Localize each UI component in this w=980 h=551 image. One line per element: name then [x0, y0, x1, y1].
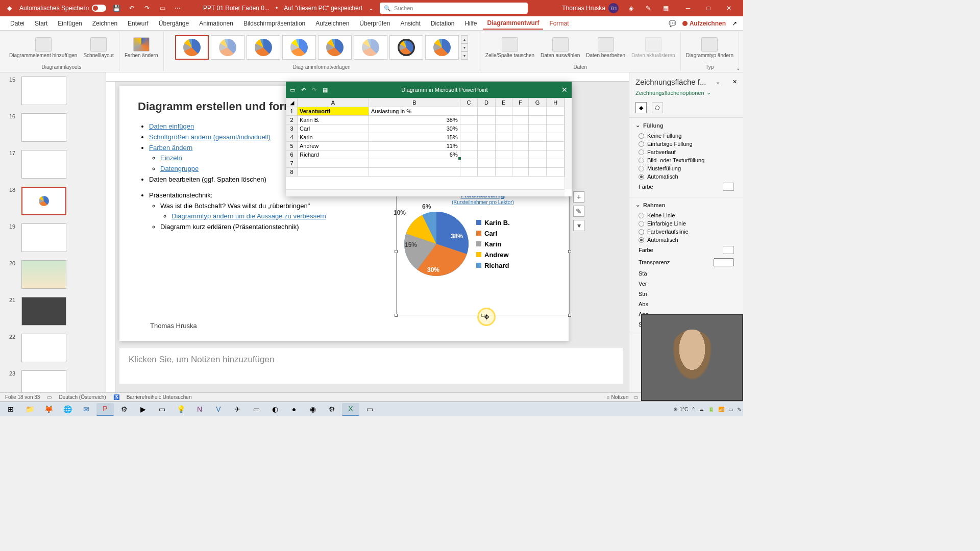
change-chart-type-button[interactable]: Diagrammtyp ändern [684, 36, 736, 59]
chrome-icon[interactable]: 🌐 [59, 403, 76, 416]
chart-style-8[interactable] [425, 35, 459, 60]
chart-object[interactable]: Auslastung (Kursteilnehmer pro Lektor) [396, 188, 570, 315]
tab-uebergaenge[interactable]: Übergänge [155, 18, 193, 29]
search-input[interactable]: 🔍 Suchen [380, 3, 528, 14]
slide-thumb-19[interactable] [21, 223, 66, 252]
maximize-button[interactable]: □ [698, 0, 719, 16]
settings-icon[interactable]: ⚙ [323, 403, 340, 416]
chevron-down-icon[interactable]: ⌄ [369, 5, 374, 12]
spell-check-icon[interactable]: ▭ [47, 394, 52, 400]
quick-layout-button[interactable]: Schnelllayout [81, 36, 115, 59]
chart-style-2[interactable] [211, 35, 244, 60]
chart-style-3[interactable] [247, 35, 280, 60]
tab-zeichnen[interactable]: Zeichnen [88, 18, 121, 29]
fill-line-icon[interactable]: ◆ [635, 102, 647, 113]
tab-einfuegen[interactable]: Einfügen [54, 18, 86, 29]
app-icon[interactable]: ◐ [266, 403, 284, 416]
radio-picture-fill[interactable]: Bild- oder Texturfüllung [635, 156, 737, 164]
slide-counter[interactable]: Folie 18 von 33 [5, 394, 40, 400]
accessibility-label[interactable]: Barrierefreiheit: Untersuchen [127, 394, 192, 400]
tray-icon[interactable]: ▭ [728, 407, 733, 412]
fill-color-picker[interactable] [723, 183, 734, 191]
pen-icon[interactable]: ✎ [643, 3, 653, 13]
radio-no-fill[interactable]: Keine Füllung [635, 132, 737, 140]
minimize-button[interactable]: ─ [678, 0, 698, 16]
tab-hilfe[interactable]: Hilfe [460, 18, 481, 29]
diamond-icon[interactable]: ◈ [626, 3, 636, 13]
refresh-data-button[interactable]: Daten aktualisieren [629, 36, 677, 59]
notes-placeholder[interactable]: Klicken Sie, um Notizen hinzuzufügen [119, 347, 623, 384]
slide-thumb-20[interactable] [21, 260, 66, 289]
tab-ansicht[interactable]: Ansicht [396, 18, 424, 29]
slide-thumb-22[interactable] [21, 334, 66, 362]
pie-chart[interactable]: 38% 30% 15% 10% 6% [401, 208, 472, 280]
tab-start[interactable]: Start [31, 18, 52, 29]
transparency-input[interactable] [714, 258, 734, 266]
tray-chevron-icon[interactable]: ^ [692, 407, 695, 412]
share-icon[interactable]: ↗ [732, 20, 737, 27]
tab-aufzeichnen[interactable]: Aufzeichnen [311, 18, 353, 29]
excel-grid[interactable]: ◢ABCDEFGH 1VerantwortlAuslastung in % 2K… [286, 98, 572, 177]
more-icon[interactable]: ⋯ [173, 3, 183, 13]
comments-icon[interactable]: 💬 [669, 20, 676, 27]
tray-icon[interactable]: ✎ [737, 407, 741, 412]
undo-icon[interactable]: ↶ [127, 3, 137, 13]
accessibility-icon[interactable]: ♿ [113, 394, 119, 400]
chevron-down-icon[interactable]: ⌄ [716, 79, 720, 85]
edit-data-button[interactable]: Daten bearbeiten [584, 36, 627, 59]
chart-add-element-icon[interactable]: + [573, 191, 584, 203]
radio-solid-line[interactable]: Einfarbige Linie [635, 219, 737, 228]
chart-style-1[interactable] [175, 35, 209, 60]
add-chart-element-button[interactable]: Diagrammelement hinzufügen [7, 36, 79, 59]
app-icon[interactable]: ▭ [361, 403, 378, 416]
save-icon[interactable]: 💾 [111, 3, 121, 13]
language-label[interactable]: Deutsch (Österreich) [59, 394, 106, 400]
vlc-icon[interactable]: ▶ [134, 403, 152, 416]
app-icon[interactable]: 💡 [172, 403, 189, 416]
powerpoint-icon[interactable]: P [96, 403, 114, 416]
radio-no-line[interactable]: Keine Linie [635, 211, 737, 219]
line-color-picker[interactable] [723, 246, 734, 254]
app-icon[interactable]: ⚙ [115, 403, 133, 416]
select-data-button[interactable]: Daten auswählen [538, 36, 582, 59]
change-colors-button[interactable]: Farben ändern [122, 36, 160, 59]
record-button[interactable]: Aufzeichnen [682, 20, 726, 27]
tab-ueberpruefen[interactable]: Überprüfen [355, 18, 394, 29]
chart-style-5[interactable] [318, 35, 352, 60]
app-icon[interactable]: ● [285, 403, 303, 416]
redo-icon[interactable]: ↷ [142, 3, 152, 13]
format-pane-sub[interactable]: Zeichnungsflächenoptionen⌄ [629, 89, 743, 100]
firefox-icon[interactable]: 🦊 [40, 403, 57, 416]
tray-icon[interactable]: 📶 [718, 407, 724, 412]
app-icon[interactable]: ◉ [304, 403, 322, 416]
tab-dictation[interactable]: Dictation [427, 18, 459, 29]
start-button[interactable]: ⊞ [2, 403, 19, 416]
slide-thumb-15[interactable] [21, 77, 66, 105]
tab-datei[interactable]: Datei [6, 18, 29, 29]
chart-styles-icon[interactable]: ✎ [573, 206, 584, 217]
app-icon[interactable]: V [210, 403, 227, 416]
notes-button[interactable]: ≡ Notizen [607, 394, 629, 400]
slide-thumb-17[interactable] [21, 150, 66, 179]
onenote-icon[interactable]: N [191, 403, 208, 416]
toggle-switch[interactable] [92, 5, 106, 12]
tab-bildschirmpraesentation[interactable]: Bildschirmpräsentation [239, 18, 309, 29]
weather-widget[interactable]: ☀ 1°C [673, 407, 689, 412]
excel-scrollbar-h[interactable] [286, 189, 565, 196]
section-border[interactable]: ⌄Rahmen [635, 202, 737, 208]
slideshow-icon[interactable]: ▭ [157, 3, 167, 13]
excel-scrollbar-v[interactable] [565, 98, 572, 189]
excel-grid-icon[interactable]: ▦ [323, 87, 328, 93]
chart-style-4[interactable] [282, 35, 316, 60]
tray-icon[interactable]: 🔋 [708, 407, 714, 412]
radio-auto-line[interactable]: Automatisch [635, 236, 737, 244]
gallery-scroll[interactable]: ▴▾▾ [461, 35, 468, 60]
user-badge[interactable]: Thomas Hruska TH [562, 3, 619, 13]
app-icon[interactable]: ▭ [153, 403, 170, 416]
chart-legend[interactable]: Karin B. Carl Karin Andrew Richard [476, 219, 510, 269]
chart-style-6[interactable] [354, 35, 387, 60]
calendar-icon[interactable]: ▦ [660, 3, 671, 13]
radio-gradient-fill[interactable]: Farbverlauf [635, 148, 737, 156]
close-button[interactable]: ✕ [719, 0, 739, 16]
slide-thumb-18[interactable] [21, 187, 66, 215]
